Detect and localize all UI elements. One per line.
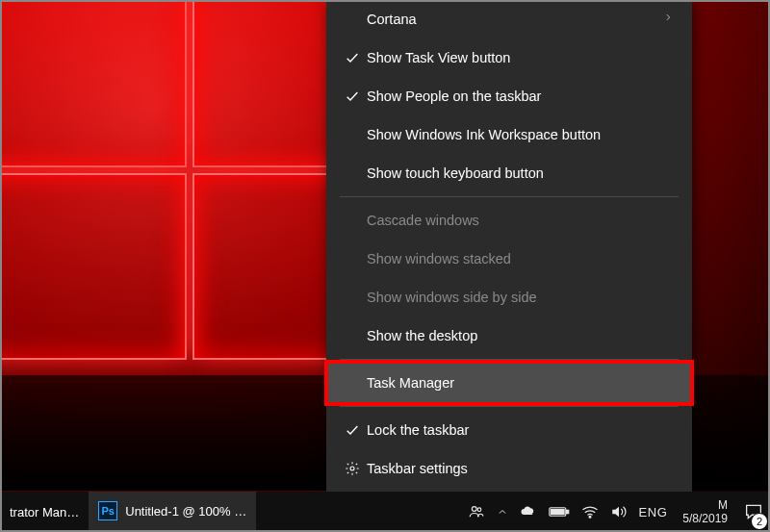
menu-separator bbox=[340, 196, 679, 197]
chevron-right-icon bbox=[663, 11, 673, 28]
notification-badge: 2 bbox=[751, 513, 768, 530]
wallpaper-shape bbox=[0, 173, 187, 360]
language-indicator[interactable]: ENG bbox=[639, 505, 668, 519]
menu-item-cascade: Cascade windows bbox=[326, 201, 692, 240]
wallpaper-shape bbox=[0, 0, 187, 167]
menu-separator bbox=[340, 406, 679, 407]
menu-item-lock-taskbar[interactable]: Lock the taskbar bbox=[326, 411, 692, 449]
svg-rect-4 bbox=[566, 510, 568, 513]
taskbar-app-illustrator[interactable]: trator Man… bbox=[0, 492, 89, 532]
menu-item-label: Show the desktop bbox=[367, 328, 673, 343]
menu-item-label: Cortana bbox=[367, 12, 663, 27]
check-icon bbox=[338, 89, 367, 104]
svg-rect-5 bbox=[551, 509, 564, 514]
menu-item-task-manager[interactable]: Task Manager bbox=[326, 364, 692, 402]
tray-chevron-up-icon[interactable] bbox=[497, 506, 508, 518]
menu-item-side-by-side: Show windows side by side bbox=[326, 278, 692, 317]
svg-point-6 bbox=[589, 516, 591, 518]
battery-icon[interactable] bbox=[549, 506, 570, 518]
menu-item-label: Taskbar settings bbox=[367, 461, 673, 476]
check-icon bbox=[338, 422, 367, 438]
menu-item-label: Show Windows Ink Workspace button bbox=[367, 127, 673, 142]
taskbar[interactable]: trator Man… Ps Untitled-1 @ 100% … bbox=[0, 492, 770, 532]
check-icon bbox=[338, 50, 367, 65]
svg-point-1 bbox=[472, 507, 476, 512]
onedrive-icon[interactable] bbox=[520, 505, 537, 519]
menu-separator bbox=[340, 359, 679, 360]
menu-item-label: Task Manager bbox=[367, 375, 673, 391]
menu-item-show-touch-kb[interactable]: Show touch keyboard button bbox=[326, 154, 692, 192]
menu-item-cortana[interactable]: Cortana bbox=[326, 0, 692, 38]
menu-item-stacked: Show windows stacked bbox=[326, 240, 692, 278]
photoshop-icon: Ps bbox=[98, 501, 117, 520]
menu-item-label: Lock the taskbar bbox=[367, 422, 673, 438]
menu-item-label: Show Task View button bbox=[367, 50, 673, 65]
action-center-button[interactable]: 2 bbox=[737, 492, 770, 532]
svg-point-2 bbox=[477, 508, 481, 512]
menu-item-label: Show People on the taskbar bbox=[367, 89, 673, 104]
taskbar-app-label: trator Man… bbox=[10, 505, 79, 519]
gear-icon bbox=[338, 461, 367, 476]
menu-item-show-desktop[interactable]: Show the desktop bbox=[326, 317, 692, 355]
clock-date: 5/8/2019 bbox=[682, 512, 728, 525]
menu-item-taskbar-settings[interactable]: Taskbar settings bbox=[326, 449, 692, 488]
menu-item-label: Show windows side by side bbox=[367, 290, 673, 305]
system-tray[interactable]: ENG M 5/8/2019 bbox=[462, 492, 737, 532]
wifi-icon[interactable] bbox=[581, 505, 599, 519]
volume-icon[interactable] bbox=[610, 504, 628, 519]
menu-item-show-people[interactable]: Show People on the taskbar bbox=[326, 77, 692, 115]
taskbar-app-label: Untitled-1 @ 100% … bbox=[125, 504, 246, 519]
menu-item-show-task-view[interactable]: Show Task View button bbox=[326, 38, 692, 77]
menu-item-label: Cascade windows bbox=[367, 213, 673, 228]
taskbar-context-menu: CortanaShow Task View buttonShow People … bbox=[326, 0, 692, 505]
menu-item-show-ink[interactable]: Show Windows Ink Workspace button bbox=[326, 115, 692, 154]
menu-item-label: Show touch keyboard button bbox=[367, 165, 673, 181]
clock[interactable]: M 5/8/2019 bbox=[679, 498, 732, 525]
taskbar-app-photoshop[interactable]: Ps Untitled-1 @ 100% … bbox=[89, 492, 256, 532]
clock-time: M bbox=[682, 498, 728, 512]
svg-point-0 bbox=[350, 467, 354, 470]
menu-item-label: Show windows stacked bbox=[367, 251, 673, 266]
people-icon[interactable] bbox=[468, 503, 485, 520]
taskbar-spacer bbox=[256, 492, 461, 532]
